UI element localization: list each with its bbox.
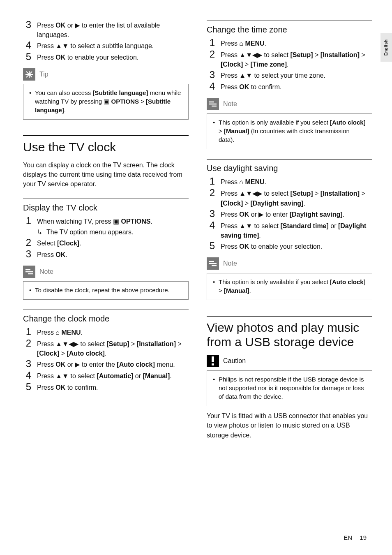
home-icon: ⌂ [239,40,243,47]
step-body: Press ▲▼ to select your time zone. [221,71,325,81]
tip-text: You can also access [Subtitle language] … [29,88,182,114]
step: 3 Press OK or ▶ to enter the [Auto clock… [23,360,189,370]
note-text: This option is only available if you sel… [213,278,366,295]
step-body: Press ▲▼◀▶ to select [Setup] > [Installa… [221,189,372,208]
note-header: Note [207,257,372,270]
caution-icon [207,355,219,367]
subheading-change-clock-mode: Change the clock mode [23,310,189,324]
section-outro: Your TV is fitted with a USB connector t… [207,411,372,440]
up-down-arrow-icon: ▲▼ [55,42,69,49]
step-number: 3 [23,359,31,369]
step-body: Press OK to confirm. [221,82,281,92]
step-body: Press ▲▼ to select [Standard time] or [D… [221,221,372,240]
step-body: Press OK to enable your selection. [37,53,138,62]
step-body: Press OK to enable your selection. [221,242,322,252]
nav-arrows-icon: ▲▼◀▶ [239,51,262,58]
note-box: This option is only available if you sel… [207,113,372,149]
note-text: This option is only available if you sel… [213,118,366,144]
nav-arrows-icon: ▲▼◀▶ [239,190,262,197]
note-label-text: Note [223,260,237,267]
step: 4 Press ▲▼ to select a subtitle language… [23,41,189,51]
step-number: 4 [207,81,215,91]
right-arrow-icon: ▶ [258,211,263,218]
right-column: Change the time zone 1 Press ⌂ MENU. 2 P… [207,21,372,449]
step: 4 Press ▲▼ to select [Standard time] or … [207,221,372,240]
step-number: 3 [23,249,31,259]
section-intro: You can display a clock on the TV screen… [23,160,189,189]
step-number: 2 [207,49,215,68]
svg-rect-14 [212,363,214,365]
step: 2 Press ▲▼◀▶ to select [Setup] > [Instal… [23,339,189,358]
steps-top: 3 Press OK or ▶ to enter the list of ava… [23,21,189,62]
section-heading-usb: View photos and play music from a USB st… [207,316,372,349]
step: 1 Press ⌂ MENU. [207,39,372,49]
step-body: Press ⌂ MENU. [37,328,83,338]
step: 4 Press ▲▼ to select [Automatic] or [Man… [23,371,189,381]
options-icon: ▣ [104,98,109,105]
step-body: Press OK or ▶ to enter the [Auto clock] … [37,360,175,370]
step-number: 4 [207,220,215,239]
step: 4 Press OK to confirm. [207,82,372,92]
svg-rect-13 [212,356,214,362]
step-body: Press OK or ▶ to enter the list of avail… [37,21,189,39]
language-tab-label: English [384,39,389,56]
tip-icon [23,68,35,81]
step-body: Press ▲▼◀▶ to select [Setup] > [Installa… [221,50,372,69]
step-number: 3 [207,209,215,219]
step-body: Press ⌂ MENU. [221,39,266,49]
step: 1 When watching TV, press ▣ OPTIONS. ↳Th… [23,217,189,236]
step-number: 5 [23,52,31,62]
step: 5 Press OK to enable your selection. [207,242,372,252]
nav-arrows-icon: ▲▼◀▶ [55,340,78,347]
steps-change-clock-mode: 1 Press ⌂ MENU. 2 Press ▲▼◀▶ to select [… [23,328,189,393]
note-icon [207,98,219,110]
step-number: 4 [23,40,31,50]
caution-label-text: Caution [223,357,246,365]
up-down-arrow-icon: ▲▼ [55,372,69,379]
step-body: When watching TV, press ▣ OPTIONS. ↳The … [37,217,152,236]
right-arrow-icon: ▶ [75,361,80,368]
step: 2 Press ▲▼◀▶ to select [Setup] > [Instal… [207,189,372,208]
step: 3 Press OK or ▶ to enter the list of ava… [23,21,189,39]
step-body: Press ⌂ MENU. [221,177,266,187]
result-arrow-icon: ↳ [37,227,42,237]
step-number: 5 [23,382,31,392]
home-icon: ⌂ [55,329,60,336]
step-result: ↳The TV option menu appears. [37,227,152,237]
footer-lang: EN [344,534,352,541]
options-icon: ▣ [113,218,119,225]
step-number: 2 [23,338,31,357]
steps-display-clock: 1 When watching TV, press ▣ OPTIONS. ↳Th… [23,217,189,259]
tip-box: You can also access [Subtitle language] … [23,84,189,120]
tip-label-text: Tip [39,71,48,78]
step-number: 2 [23,238,31,247]
step-number: 3 [23,20,31,39]
step-body: Press ▲▼ to select [Automatic] or [Manua… [37,371,172,381]
step-number: 1 [23,216,31,236]
note-icon [23,266,35,278]
step: 3 Press OK. [23,250,189,260]
steps-change-time-zone: 1 Press ⌂ MENU. 2 Press ▲▼◀▶ to select [… [207,39,372,92]
step-body: Press OK. [37,250,67,260]
caution-text: Philips is not responsible if the USB st… [213,375,366,401]
home-icon: ⌂ [239,178,243,185]
right-arrow-icon: ▶ [75,22,80,29]
step: 5 Press OK to confirm. [23,383,189,393]
note-label-text: Note [223,100,237,108]
footer-page-number: 19 [360,534,367,541]
step-number: 3 [207,70,215,80]
tip-header: Tip [23,68,189,81]
subheading-daylight-saving: Use daylight saving [207,159,372,173]
subheading-display-clock: Display the TV clock [23,199,189,213]
step: 5 Press OK to enable your selection. [23,53,189,62]
step-body: Select [Clock]. [37,238,81,248]
left-column: 3 Press OK or ▶ to enter the list of ava… [23,21,189,449]
step-number: 1 [207,176,215,186]
note-text: To disable the clock, repeat the above p… [29,286,182,294]
up-down-arrow-icon: ▲▼ [239,72,252,79]
caution-box: Philips is not responsible if the USB st… [207,370,372,406]
step: 1 Press ⌂ MENU. [207,177,372,187]
step: 3 Press OK or ▶ to enter [Daylight savin… [207,210,372,220]
step: 1 Press ⌂ MENU. [23,328,189,338]
note-header: Note [23,266,189,278]
